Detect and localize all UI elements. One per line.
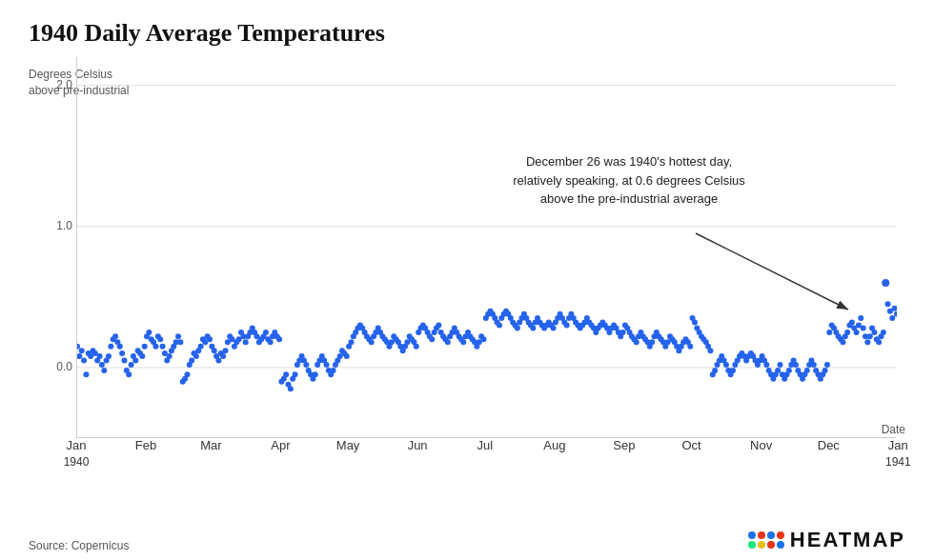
x-axis-label-jan: Jan1941 xyxy=(885,438,911,470)
x-axis-labels: Jan1940FebMarAprMayJunJulAugSepOctNovDec… xyxy=(76,438,896,476)
y-tick-label: 0.0 xyxy=(56,360,72,373)
x-axis-label-dec: Dec xyxy=(818,438,840,454)
x-axis-label-jul: Jul xyxy=(477,438,494,454)
x-axis-label-oct: Oct xyxy=(681,438,700,454)
x-axis-label-aug: Aug xyxy=(543,438,565,454)
x-axis-label-jan: Jan1940 xyxy=(64,438,90,470)
heatmap-dots xyxy=(748,531,784,549)
heatmap-logo-text: HEATMAP xyxy=(790,528,905,552)
x-axis-label-jun: Jun xyxy=(408,438,428,454)
x-axis-label-mar: Mar xyxy=(200,438,221,454)
chart-area: Degrees Celsius above pre-industrial 2.0… xyxy=(29,57,905,476)
x-axis-label-apr: Apr xyxy=(271,438,290,454)
heatmap-logo: HEATMAP xyxy=(748,528,905,552)
source-text: Source: Copernicus xyxy=(29,539,129,552)
svg-line-1 xyxy=(696,233,848,310)
annotation-arrow xyxy=(76,57,934,476)
x-axis-label-may: May xyxy=(336,438,360,454)
chart-title: 1940 Daily Average Temperatures xyxy=(29,19,905,48)
y-tick-label: 2.0 xyxy=(56,78,72,91)
y-tick-label: 1.0 xyxy=(56,219,72,232)
x-axis-label-nov: Nov xyxy=(750,438,772,454)
x-axis-label-feb: Feb xyxy=(135,438,156,454)
x-axis-label-sep: Sep xyxy=(613,438,635,454)
page-container: 1940 Daily Average Temperatures Degrees … xyxy=(0,0,934,560)
